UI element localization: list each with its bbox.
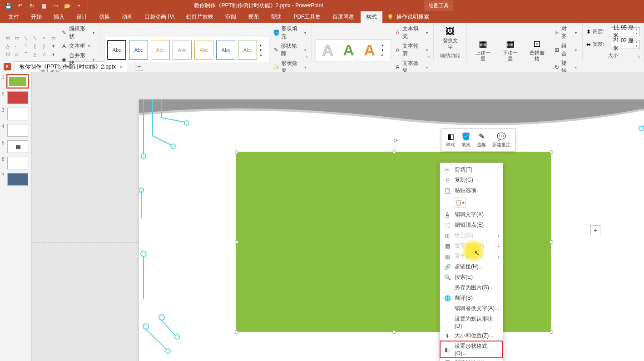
- save-icon[interactable]: 💾: [4, 1, 13, 10]
- ctx-edit-text[interactable]: A̲编辑文字(X): [440, 209, 503, 220]
- shape-tri-icon[interactable]: △: [31, 51, 39, 58]
- height-input[interactable]: 11.95 厘米▴▾: [611, 27, 640, 36]
- slideshow-icon[interactable]: ▦: [39, 1, 48, 10]
- undo-icon[interactable]: ↶: [15, 1, 25, 10]
- add-button[interactable]: +: [590, 225, 600, 235]
- text-outline-button[interactable]: A文本轮廓▾: [393, 42, 430, 58]
- shape-star-icon[interactable]: ☆: [40, 51, 48, 58]
- style-preset-6[interactable]: Abc: [216, 40, 235, 60]
- merge-shapes-button[interactable]: ◉合并形状▾: [59, 51, 96, 68]
- selection-handle-tm[interactable]: [392, 150, 396, 154]
- selection-handle-bm[interactable]: [392, 330, 396, 334]
- shape-textbox-icon[interactable]: ▭: [4, 35, 12, 42]
- tab-insert[interactable]: 插入: [48, 11, 70, 23]
- tab-format[interactable]: 格式: [361, 11, 382, 23]
- selection-handle-ml[interactable]: [235, 240, 238, 244]
- shape-rect2-icon[interactable]: ▭: [49, 35, 57, 42]
- text-fill-button[interactable]: A文本填充▾: [393, 25, 430, 41]
- ctx-new-comment[interactable]: 💬新建批注(M): [440, 358, 503, 361]
- selection-handle-bl[interactable]: [235, 330, 238, 334]
- style-gallery-more[interactable]: ▴▾≡: [260, 40, 266, 60]
- shape-expand-icon[interactable]: ▾: [49, 51, 57, 58]
- ctx-default-shape[interactable]: 设置为默认形状(D): [440, 314, 503, 331]
- selection-handle-mr[interactable]: [550, 240, 553, 244]
- spin-down-icon[interactable]: ▾: [634, 45, 639, 49]
- style-preset-5[interactable]: Abc: [194, 40, 213, 60]
- shape-arrow-icon[interactable]: △: [4, 43, 12, 50]
- tab-design[interactable]: 设计: [71, 11, 93, 23]
- tab-pocket-anim[interactable]: 口袋动画 PA: [139, 11, 180, 23]
- ctx-save-as-picture[interactable]: 另存为图片(S)...: [440, 282, 503, 293]
- selection-handle-tr[interactable]: [550, 150, 553, 154]
- redo-icon[interactable]: ↻: [27, 1, 36, 10]
- wordart-preset-1[interactable]: A: [319, 41, 337, 59]
- shape-brace2-icon[interactable]: }: [40, 43, 48, 50]
- size-launcher[interactable]: ⤡: [637, 54, 643, 60]
- style-preset-4[interactable]: Abc: [173, 40, 192, 60]
- shape-line-icon[interactable]: ＼: [22, 35, 30, 42]
- textbox-button[interactable]: A文本框▾: [59, 42, 96, 50]
- spin-up-icon[interactable]: ▴: [634, 28, 639, 32]
- tab-help[interactable]: 帮助: [265, 11, 287, 23]
- alt-text-button[interactable]: 🖼 替换文字: [437, 25, 463, 50]
- shape-fill-button[interactable]: 🪣形状填充▾: [271, 25, 307, 41]
- slide-thumbnail-6[interactable]: [7, 157, 28, 169]
- tab-animations[interactable]: 动画: [116, 11, 138, 23]
- shape-rect-icon[interactable]: ▭: [13, 35, 21, 42]
- wordart-gallery[interactable]: A A A ▴▾≡: [316, 39, 391, 61]
- width-input[interactable]: 21.02 厘米▴▾: [611, 40, 640, 49]
- ctx-hyperlink[interactable]: 🔗超链接(H)...: [440, 262, 503, 272]
- shape-outline-button[interactable]: ✎形状轮廓▾: [271, 42, 307, 58]
- slide-thumbnail-7[interactable]: [7, 173, 28, 186]
- rotate-handle-icon[interactable]: ⟳: [394, 138, 402, 146]
- slide-thumbnail-3[interactable]: [7, 108, 28, 120]
- tab-baidu[interactable]: 百度网盘: [327, 11, 360, 23]
- tab-review[interactable]: 审阅: [220, 11, 242, 23]
- tab-pdf[interactable]: PDF工具集: [288, 11, 326, 23]
- wordart-preset-2[interactable]: A: [340, 41, 358, 59]
- shape-hex-icon[interactable]: ⬡: [4, 51, 12, 58]
- mini-outline-button[interactable]: ✎边框: [474, 131, 489, 149]
- slide-thumbnail-4[interactable]: [7, 124, 28, 137]
- tab-transitions[interactable]: 切换: [94, 11, 115, 23]
- group-button[interactable]: ⊞组合▾: [552, 42, 579, 58]
- selection-pane-button[interactable]: ⊡选择窗格: [525, 37, 550, 63]
- tab-home[interactable]: 开始: [25, 11, 47, 23]
- wordart-gallery-more[interactable]: ▴▾≡: [381, 43, 388, 57]
- ctx-edit-points[interactable]: ⬚编辑顶点(E): [440, 220, 503, 230]
- align-button[interactable]: ⊫对齐▾: [552, 25, 579, 41]
- mini-comment-button[interactable]: 💬新建批注: [490, 131, 513, 149]
- shape-brace-icon[interactable]: {: [31, 43, 39, 50]
- spin-down-icon[interactable]: ▾: [634, 32, 639, 36]
- slide-thumbnail-5[interactable]: [7, 140, 28, 153]
- shape-conn1-icon[interactable]: ⌐: [13, 43, 21, 50]
- mini-fill-button[interactable]: 🪣填充: [459, 131, 473, 149]
- shape-line2-icon[interactable]: ＼: [31, 35, 39, 42]
- shape-gallery[interactable]: ▭ ▭ ＼ ＼ ○ ▭ △ ⌐ └ { } ▾ ⬡ ▱: [4, 35, 57, 58]
- slide-thumbnail-2[interactable]: [7, 91, 28, 104]
- new-slide-icon[interactable]: ▭: [51, 1, 60, 10]
- tell-me-search[interactable]: 💡 操作说明搜索: [383, 13, 433, 21]
- wordart-launcher[interactable]: ⤡: [427, 54, 432, 60]
- send-backward-button[interactable]: ▦下移一层: [498, 37, 523, 63]
- tab-view[interactable]: 视图: [243, 11, 264, 23]
- slide-canvas-area[interactable]: ⟳ +: [32, 72, 644, 361]
- selection-handle-tl[interactable]: [235, 150, 238, 154]
- shape-arc-icon[interactable]: ⌒: [22, 51, 30, 58]
- shape-more-icon[interactable]: ▾: [49, 43, 57, 50]
- style-preset-2[interactable]: Abc: [129, 40, 148, 60]
- selection-handle-br[interactable]: [550, 330, 553, 334]
- ctx-search[interactable]: 🔍搜索(E): [440, 272, 503, 282]
- ctx-format-shape[interactable]: ◧设置形状格式(O)...: [440, 341, 503, 358]
- qat-more-icon[interactable]: ▾: [74, 1, 84, 10]
- style-preset-3[interactable]: Abc: [151, 40, 170, 60]
- style-preset-7[interactable]: Abc: [238, 40, 257, 60]
- mini-style-button[interactable]: ◧样式: [443, 131, 458, 149]
- shape-style-gallery[interactable]: Abc Abc Abc Abc Abc Abc Abc ▴▾≡: [104, 37, 269, 63]
- wordart-preset-3[interactable]: A: [361, 41, 379, 59]
- shape-oval-icon[interactable]: ○: [40, 35, 48, 42]
- style-preset-1[interactable]: Abc: [107, 40, 126, 60]
- ctx-copy[interactable]: ⎘复制(C): [440, 175, 503, 185]
- ctx-size-position[interactable]: ⬍大小和位置(Z)...: [440, 331, 503, 341]
- ctx-cut[interactable]: ✂剪切(T): [440, 164, 503, 175]
